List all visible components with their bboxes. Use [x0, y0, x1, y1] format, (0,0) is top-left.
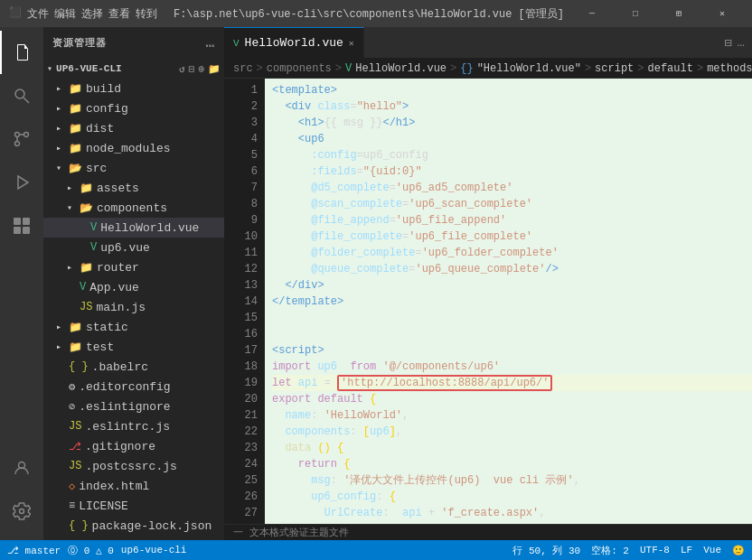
close-button[interactable]: ✕ — [701, 0, 743, 27]
breadcrumb: src > components > V HelloWorld.vue > {}… — [224, 59, 752, 79]
title-menu-goto[interactable]: 转到 — [136, 6, 157, 22]
status-bar: ⎇ master ⓪ 0 △ 0 up6-vue-cli 行 50, 列 30 … — [0, 540, 752, 560]
config-folder-icon: 📁 — [69, 102, 82, 116]
settings-activity-icon[interactable] — [0, 490, 43, 533]
tree-item-eslintrcjs[interactable]: JS .eslintrc.js — [43, 416, 224, 436]
minimize-button[interactable]: ─ — [571, 0, 613, 27]
debug-activity-icon[interactable] — [0, 161, 43, 204]
language-mode[interactable]: Vue — [703, 545, 721, 555]
account-activity-icon[interactable] — [0, 446, 43, 490]
svg-rect-7 — [23, 218, 30, 225]
code-line-25: up6_config: { — [272, 489, 752, 505]
spaces[interactable]: 空格: 2 — [591, 544, 629, 557]
bc-helloworld-str[interactable]: "HelloWorld.vue" — [477, 62, 581, 75]
bc-methods[interactable]: methods — [707, 62, 752, 75]
test-label: test — [86, 341, 114, 354]
svg-rect-6 — [14, 218, 21, 225]
build-label: build — [86, 82, 121, 96]
main-container: 资源管理器 … ▾ UP6-VUE-CLI ↺ ⊟ ⊕ 📁 ▸ — [0, 27, 752, 540]
tree-item-root[interactable]: ▾ UP6-VUE-CLI ↺ ⊟ ⊕ 📁 — [43, 59, 224, 79]
node-modules-arrow: ▸ — [56, 143, 69, 154]
code-content[interactable]: <template> <div class="hello"> <h1>{{ ms… — [265, 79, 752, 524]
search-activity-icon[interactable] — [0, 74, 43, 117]
tab-close-icon[interactable]: ✕ — [349, 38, 354, 49]
static-label: static — [86, 321, 128, 334]
code-line-19: export default { — [272, 391, 752, 407]
project-name[interactable]: up6-vue-cli — [121, 545, 187, 555]
bc-script[interactable]: script — [595, 62, 634, 75]
bc-default[interactable]: default — [648, 62, 693, 75]
split-editor-icon[interactable]: ⊟ — [724, 35, 731, 51]
svg-marker-5 — [18, 176, 28, 189]
helloworld-vue-icon: V — [90, 221, 97, 234]
tree-item-up6vue[interactable]: V up6.vue — [43, 238, 224, 257]
extensions-activity-icon[interactable] — [0, 204, 43, 247]
files-activity-icon[interactable] — [0, 31, 43, 74]
tab-label: HelloWorld.vue — [245, 36, 343, 50]
title-menu-select[interactable]: 选择 — [81, 6, 103, 22]
more-icon[interactable]: … — [738, 35, 745, 50]
tree-item-eslintignore[interactable]: ⊘ .eslintignore — [43, 397, 224, 416]
tree-item-helloworld[interactable]: V HelloWorld.vue — [43, 218, 224, 238]
tree-item-dist[interactable]: ▸ 📁 dist — [43, 118, 224, 138]
tree-item-appvue[interactable]: V App.vue — [43, 277, 224, 297]
mainjs-label: main.js — [96, 301, 146, 314]
code-line-22: data () { — [272, 440, 752, 456]
cursor-position[interactable]: 行 50, 列 30 — [512, 544, 580, 557]
new-file-icon[interactable]: ⊕ — [198, 63, 204, 75]
collapse-icon[interactable]: ⊟ — [189, 63, 195, 75]
encoding[interactable]: UTF-8 — [640, 545, 670, 555]
code-line-3: <h1>{{ msg }}</h1> — [272, 115, 752, 131]
maximize-button[interactable]: □ — [615, 0, 656, 27]
tree-item-mainjs[interactable]: JS main.js — [43, 297, 224, 317]
tree-item-build[interactable]: ▸ 📁 build — [43, 79, 224, 98]
tree-item-postcssrcjs[interactable]: JS .postcssrc.js — [43, 456, 224, 476]
tree-item-babelrc[interactable]: { } .babelrc — [43, 357, 224, 377]
sidebar-menu-icon[interactable]: … — [205, 35, 215, 51]
tree-item-gitignore[interactable]: ⎇ .gitignore — [43, 436, 224, 456]
src-label: src — [86, 162, 107, 175]
tree-item-node-modules[interactable]: ▸ 📁 node_modules — [43, 138, 224, 158]
sidebar-title: 资源管理器 — [52, 36, 107, 50]
title-controls[interactable]: ─ □ ⊞ ✕ — [571, 0, 743, 27]
tree-item-src[interactable]: ▾ 📂 src — [43, 158, 224, 178]
editor-layout-icons[interactable]: ⊟ … — [717, 27, 752, 58]
new-folder-icon[interactable]: 📁 — [208, 63, 221, 75]
title-menu-edit[interactable]: 编辑 — [54, 6, 76, 22]
svg-point-0 — [15, 89, 24, 98]
title-menu-view[interactable]: 查看 — [108, 6, 130, 22]
tree-item-indexhtml[interactable]: ◇ index.html — [43, 476, 224, 496]
code-line-21: components: [up6], — [272, 424, 752, 440]
tree-item-packagelockjson[interactable]: { } package-lock.json — [43, 516, 224, 536]
tree-item-config[interactable]: ▸ 📁 config — [43, 98, 224, 118]
assets-folder-icon: 📁 — [80, 182, 93, 195]
helloworld-label: HelloWorld.vue — [100, 221, 199, 235]
tree-item-static[interactable]: ▸ 📁 static — [43, 317, 224, 337]
git-errors[interactable]: ⓪ 0 △ 0 — [68, 544, 114, 557]
tree-item-editorconfig[interactable]: ⚙ .editorconfig — [43, 377, 224, 397]
tree-item-router[interactable]: ▸ 📁 router — [43, 257, 224, 277]
sidebar-header-icons[interactable]: … — [205, 35, 215, 51]
split-button[interactable]: ⊞ — [658, 0, 700, 27]
bc-src[interactable]: src — [233, 62, 253, 75]
title-menu-file[interactable]: 文件 — [27, 6, 49, 22]
bc-components[interactable]: components — [267, 62, 332, 75]
refresh-icon[interactable]: ↺ — [179, 63, 185, 75]
feedback-icon[interactable]: 🙂 — [732, 545, 745, 556]
code-line-26: UrlCreate: api + 'f_create.aspx', — [272, 505, 752, 521]
git-branch[interactable]: ⎇ master — [7, 545, 61, 556]
line-ending[interactable]: LF — [681, 545, 692, 555]
indexhtml-label: index.html — [79, 480, 149, 493]
tab-helloworld[interactable]: V HelloWorld.vue ✕ — [224, 27, 364, 58]
tree-item-components[interactable]: ▾ 📂 components — [43, 198, 224, 218]
bc-helloworld[interactable]: HelloWorld.vue — [355, 62, 446, 75]
source-control-activity-icon[interactable] — [0, 117, 43, 161]
tree-item-test[interactable]: ▸ 📁 test — [43, 337, 224, 357]
eslintignore-label: .eslintignore — [79, 400, 170, 414]
tree-item-license[interactable]: ≡ LICENSE — [43, 496, 224, 516]
root-arrow: ▾ — [47, 63, 52, 74]
code-line-10: @file_complete='up6_file_complete' — [272, 229, 752, 245]
svg-point-3 — [24, 133, 29, 137]
tree-item-assets[interactable]: ▸ 📁 assets — [43, 178, 224, 198]
gitignore-icon: ⎇ — [69, 440, 81, 453]
